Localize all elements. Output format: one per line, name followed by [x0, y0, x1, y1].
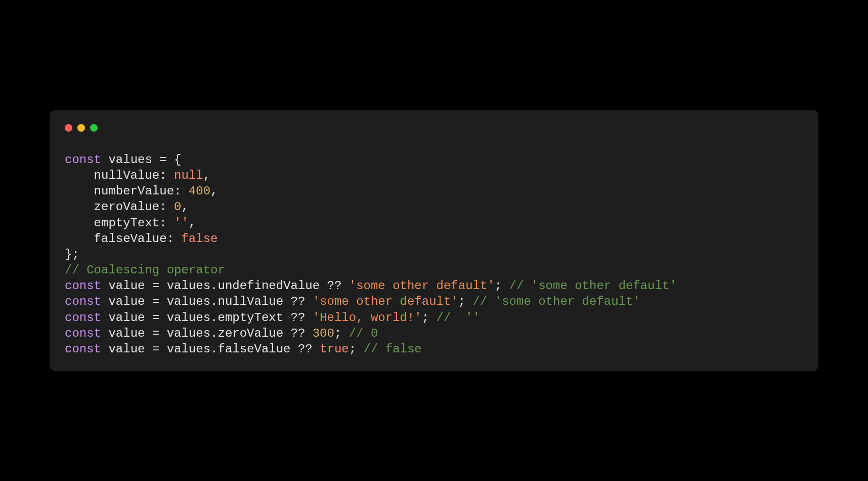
- object-name: values: [167, 295, 210, 308]
- variable-name: value: [108, 311, 145, 325]
- operator: ??: [283, 295, 313, 308]
- code-window: const values = { nullValue: null, number…: [50, 110, 818, 371]
- keyword-const: const: [65, 311, 101, 325]
- punctuation: :: [167, 232, 182, 246]
- indent: [65, 169, 94, 182]
- punctuation: =: [145, 342, 166, 356]
- number-value: 0: [174, 200, 181, 214]
- property-name: zeroValue: [94, 200, 160, 214]
- operator: ??: [283, 311, 313, 325]
- indent: [65, 232, 94, 246]
- keyword-const: const: [65, 153, 101, 167]
- punctuation: ;: [458, 295, 465, 308]
- code-line: falseValue: false: [65, 231, 803, 247]
- code-line: numberValue: 400,: [65, 183, 803, 199]
- punctuation: :: [174, 184, 189, 198]
- punctuation: .: [210, 327, 218, 340]
- punctuation: =: [145, 311, 166, 325]
- property-name: undefinedValue: [218, 279, 320, 293]
- comment: // 'some other default': [502, 279, 677, 293]
- operator: ??: [283, 327, 313, 340]
- punctuation: :: [159, 216, 174, 230]
- punctuation: =: [145, 279, 166, 293]
- variable-name: value: [108, 342, 145, 356]
- minimize-icon[interactable]: [77, 124, 85, 132]
- number-value: 300: [313, 327, 334, 340]
- comment: // Coalescing operator: [65, 263, 225, 277]
- comment: // 'some other default': [465, 295, 640, 308]
- indent: [65, 184, 94, 198]
- code-line: zeroValue: 0,: [65, 199, 803, 215]
- comment: // false: [356, 342, 422, 356]
- code-line: const values = {: [65, 152, 803, 168]
- number-value: 400: [189, 184, 210, 198]
- code-line: const value = values.zeroValue ?? 300; /…: [65, 326, 803, 341]
- punctuation: .: [210, 295, 218, 308]
- punctuation: ,: [203, 169, 210, 182]
- property-name: nullValue: [218, 295, 283, 308]
- object-name: values: [167, 311, 210, 325]
- code-line: const value = values.falseValue ?? true;…: [65, 341, 803, 357]
- keyword-const: const: [65, 295, 101, 308]
- property-name: falseValue: [218, 342, 290, 356]
- keyword-const: const: [65, 279, 101, 293]
- property-name: nullValue: [94, 169, 160, 182]
- null-value: null: [174, 169, 203, 182]
- punctuation: :: [159, 169, 174, 182]
- punctuation: =: [145, 295, 166, 308]
- object-name: values: [167, 279, 210, 293]
- maximize-icon[interactable]: [90, 124, 98, 132]
- boolean-value: true: [320, 342, 349, 356]
- property-name: emptyText: [218, 311, 283, 325]
- punctuation: ;: [495, 279, 502, 293]
- punctuation: = {: [152, 153, 182, 167]
- property-name: numberValue: [94, 184, 174, 198]
- close-icon[interactable]: [65, 124, 72, 132]
- operator: ??: [291, 342, 320, 356]
- punctuation: ,: [210, 184, 218, 198]
- variable-name: value: [108, 327, 145, 340]
- punctuation: ,: [189, 216, 196, 230]
- code-line: // Coalescing operator: [65, 262, 803, 278]
- punctuation: ;: [422, 311, 429, 325]
- code-line: const value = values.undefinedValue ?? '…: [65, 278, 803, 294]
- keyword-const: const: [65, 342, 101, 356]
- window-controls: [65, 124, 803, 132]
- code-line: nullValue: null,: [65, 168, 803, 183]
- keyword-const: const: [65, 327, 101, 340]
- indent: [65, 216, 94, 230]
- code-line: const value = values.emptyText ?? 'Hello…: [65, 310, 803, 326]
- code-line: emptyText: '',: [65, 215, 803, 231]
- code-content: const values = { nullValue: null, number…: [65, 152, 803, 357]
- indent: [65, 200, 94, 214]
- punctuation: };: [65, 248, 79, 261]
- string-value: 'some other default': [313, 295, 458, 308]
- punctuation: ,: [181, 200, 188, 214]
- string-value: '': [174, 216, 189, 230]
- variable-name: value: [108, 295, 145, 308]
- comment: // 0: [341, 327, 378, 340]
- punctuation: :: [159, 200, 174, 214]
- variable-name: value: [108, 279, 145, 293]
- object-name: values: [167, 327, 210, 340]
- punctuation: .: [210, 279, 218, 293]
- punctuation: .: [210, 311, 218, 325]
- property-name: zeroValue: [218, 327, 283, 340]
- punctuation: .: [210, 342, 218, 356]
- string-value: 'some other default': [349, 279, 495, 293]
- variable-name: values: [108, 153, 152, 167]
- object-name: values: [167, 342, 210, 356]
- property-name: emptyText: [94, 216, 160, 230]
- boolean-value: false: [181, 232, 218, 246]
- code-line: };: [65, 247, 803, 262]
- punctuation: =: [145, 327, 166, 340]
- operator: ??: [320, 279, 349, 293]
- property-name: falseValue: [94, 232, 167, 246]
- comment: // '': [429, 311, 480, 325]
- punctuation: ;: [334, 327, 341, 340]
- string-value: 'Hello, world!': [313, 311, 422, 325]
- code-line: const value = values.nullValue ?? 'some …: [65, 294, 803, 309]
- punctuation: ;: [349, 342, 356, 356]
